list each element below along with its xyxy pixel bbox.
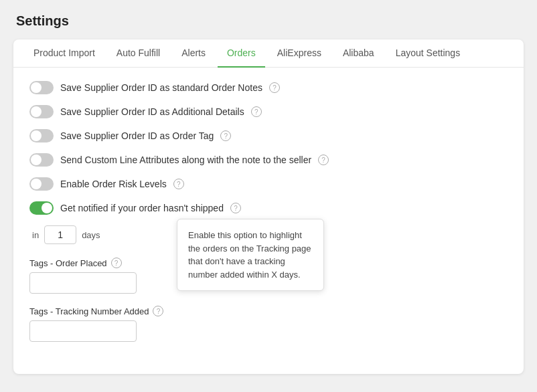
tab-aliexpress[interactable]: AliExpress [268,39,331,68]
tab-alibaba[interactable]: Alibaba [333,39,384,68]
help-icon-4[interactable]: ? [318,155,329,165]
toggle-label-1: Save Supplier Order ID as standard Order… [60,82,262,93]
help-icon-6[interactable]: ? [230,203,241,213]
tab-product-import[interactable]: Product Import [24,39,104,68]
days-input[interactable] [44,225,76,244]
toggle-save-supplier-details[interactable] [29,105,54,118]
toggle-row-5: Enable Order Risk Levels ? [29,177,508,191]
settings-card: Product Import Auto Fulfill Alerts Order… [13,39,524,374]
help-icon-1[interactable]: ? [269,82,280,93]
tooltip-box: Enable this option to highlight the orde… [177,219,324,291]
days-label: days [82,230,100,240]
tooltip-text: Enable this option to highlight the orde… [188,230,311,280]
field-label-tags-tracking: Tags - Tracking Number Added ? [29,306,508,316]
toggle-row-3: Save Supplier Order ID as Order Tag ? [29,129,508,142]
page-title: Settings [13,13,524,29]
toggle-get-notified[interactable] [29,201,54,215]
toggle-enable-order-risk[interactable] [29,177,54,191]
toggle-send-custom-line[interactable] [29,153,54,167]
tags-order-placed-input[interactable] [29,272,137,294]
toggle-label-5: Enable Order Risk Levels [60,179,167,189]
toggle-label-3: Save Supplier Order ID as Order Tag [60,130,214,141]
tabs-bar: Product Import Auto Fulfill Alerts Order… [13,39,524,68]
help-icon-5[interactable]: ? [173,179,184,189]
tab-orders[interactable]: Orders [218,39,265,68]
tab-alerts[interactable]: Alerts [172,39,215,68]
toggle-save-supplier-notes[interactable] [29,81,54,94]
field-section-tags-tracking: Tags - Tracking Number Added ? [29,306,508,342]
toggle-row-6: Get notified if your order hasn't shippe… [29,201,508,215]
days-section: in days Enable this option to highlight … [29,225,508,244]
toggle-save-supplier-tag[interactable] [29,129,54,142]
tab-content: Save Supplier Order ID as standard Order… [13,68,524,374]
toggle-label-6: Get notified if your order hasn't shippe… [60,203,224,213]
in-label: in [32,230,39,240]
toggle-label-2: Save Supplier Order ID as Additional Det… [60,106,244,117]
toggle-row-2: Save Supplier Order ID as Additional Det… [29,105,508,118]
toggle-row-1: Save Supplier Order ID as standard Order… [29,81,508,94]
tags-tracking-number-input[interactable] [29,320,137,342]
tab-layout-settings[interactable]: Layout Settings [386,39,470,68]
help-icon-field-2[interactable]: ? [153,306,163,316]
field-label-text-1: Tags - Order Placed [29,258,107,268]
toggle-label-4: Send Custom Line Attributes along with t… [60,155,311,165]
help-icon-3[interactable]: ? [220,130,231,141]
toggle-row-4: Send Custom Line Attributes along with t… [29,153,508,167]
tab-auto-fulfill[interactable]: Auto Fulfill [107,39,169,68]
help-icon-field-1[interactable]: ? [111,258,122,268]
field-label-text-2: Tags - Tracking Number Added [29,306,149,316]
help-icon-2[interactable]: ? [251,106,262,117]
